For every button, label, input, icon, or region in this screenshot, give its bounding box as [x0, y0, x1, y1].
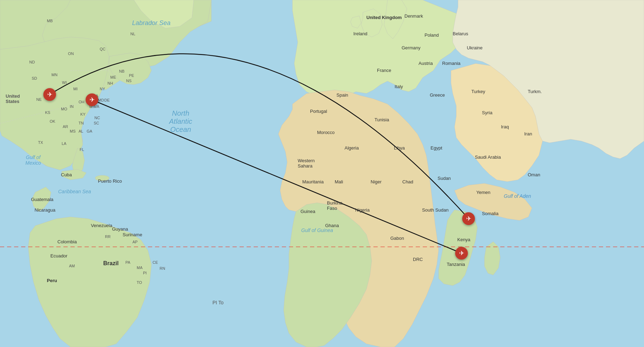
airport-east-africa-1[interactable] — [462, 212, 475, 225]
map-container: Labrador Sea NorthAtlanticOcean Gulf ofM… — [0, 0, 644, 347]
airport-chicago[interactable] — [43, 88, 56, 101]
map-background — [0, 0, 644, 347]
svg-point-2 — [95, 175, 109, 181]
airport-east-africa-2[interactable] — [455, 247, 468, 260]
airport-east-coast[interactable] — [86, 93, 98, 106]
